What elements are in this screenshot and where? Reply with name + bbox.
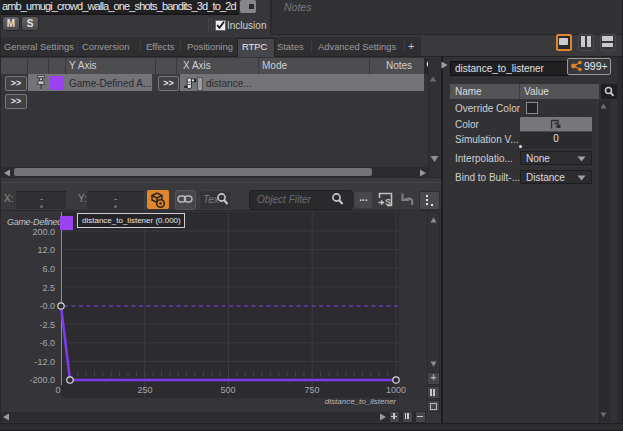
svg-text:S: S bbox=[385, 197, 391, 207]
